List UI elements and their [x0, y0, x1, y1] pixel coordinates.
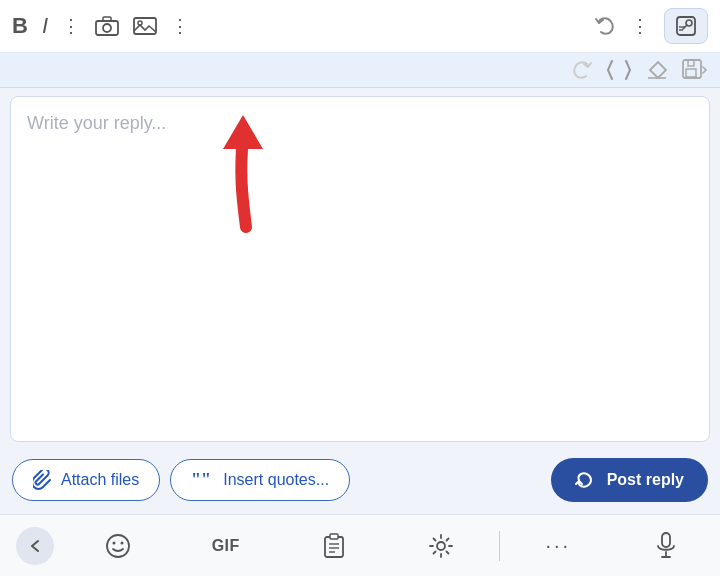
svg-rect-3 [134, 18, 156, 34]
editor-placeholder: Write your reply... [27, 113, 166, 133]
nav-gif-button[interactable]: GIF [172, 537, 280, 555]
editor-area[interactable]: Write your reply... [10, 96, 710, 442]
svg-rect-2 [103, 17, 111, 21]
toolbar-row-1: B I ⋮ ⋮ ⋮ [0, 0, 720, 53]
redo-icon[interactable] [570, 60, 592, 80]
insert-quotes-button[interactable]: " " Insert quotes... [170, 459, 350, 501]
more-media-button[interactable]: ⋮ [171, 15, 190, 37]
brackets-icon[interactable] [606, 59, 632, 81]
toolbar-row-2 [0, 53, 720, 88]
annotation-arrow [171, 107, 311, 241]
svg-rect-22 [330, 534, 338, 539]
nav-clipboard-button[interactable] [280, 533, 388, 559]
toolbar-right-group: ⋮ [595, 8, 708, 44]
save-dropdown-icon[interactable] [682, 59, 708, 81]
svg-point-26 [437, 542, 445, 550]
nav-back-button[interactable] [16, 527, 54, 565]
bottom-nav: GIF ··· [0, 514, 720, 576]
action-row: Attach files " " Insert quotes... Post r… [0, 450, 720, 514]
nav-divider [499, 531, 500, 561]
svg-point-19 [112, 541, 115, 544]
insert-quotes-label: Insert quotes... [223, 471, 329, 489]
post-reply-label: Post reply [607, 471, 684, 489]
attach-files-button[interactable]: Attach files [12, 459, 160, 501]
undo-icon[interactable] [595, 16, 617, 36]
svg-marker-15 [223, 115, 263, 149]
svg-rect-13 [688, 60, 694, 66]
svg-rect-14 [686, 69, 696, 77]
camera-icon[interactable] [95, 16, 119, 36]
svg-marker-10 [650, 62, 666, 78]
preview-button[interactable] [664, 8, 708, 44]
more-format-button[interactable]: ⋮ [62, 15, 81, 37]
bold-button[interactable]: B [12, 13, 28, 39]
gif-label: GIF [212, 537, 240, 555]
svg-rect-21 [325, 537, 343, 557]
post-reply-button[interactable]: Post reply [551, 458, 708, 502]
image-icon[interactable] [133, 16, 157, 36]
nav-more-button[interactable]: ··· [504, 534, 612, 557]
svg-point-18 [107, 535, 129, 557]
svg-text:": " [191, 470, 201, 490]
italic-button[interactable]: I [42, 13, 48, 39]
svg-point-20 [120, 541, 123, 544]
attach-files-label: Attach files [61, 471, 139, 489]
svg-point-1 [103, 24, 111, 32]
nav-mic-button[interactable] [612, 532, 720, 560]
svg-text:": " [201, 470, 211, 490]
eraser-icon[interactable] [646, 60, 668, 80]
svg-rect-27 [662, 533, 670, 547]
more-actions-button[interactable]: ⋮ [631, 15, 650, 37]
more-dots-label: ··· [545, 534, 571, 557]
toolbar-left-group: B I ⋮ ⋮ [12, 13, 583, 39]
nav-settings-button[interactable] [387, 533, 495, 559]
action-left-buttons: Attach files " " Insert quotes... [12, 459, 350, 501]
nav-emoji-button[interactable] [64, 533, 172, 559]
